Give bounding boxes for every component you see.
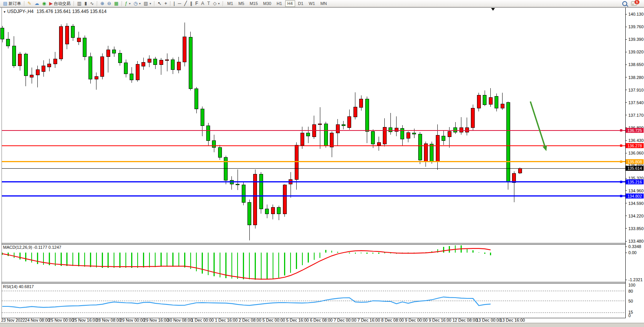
rsi-axis-label: 50 [628,299,633,303]
candle [430,144,434,162]
candle [42,66,45,71]
new-order-button[interactable]: ▤新订单 [2,0,22,7]
chart-shift-marker-icon[interactable] [491,8,495,11]
templates-button[interactable]: ▧▾ [142,0,153,7]
candle [89,57,92,79]
candle [183,37,186,62]
price-tick-label: 139.760 [628,24,644,29]
price-tick-label: 134.960 [628,188,644,193]
timeframe-m5[interactable]: M5 [236,0,246,7]
mql-community-button[interactable]: ☁ [33,0,40,7]
equidistant-channel-button[interactable]: ∥ [188,0,194,7]
periods-dropdown-icon[interactable]: ▾ [139,2,141,5]
line-chart-button[interactable]: ∿ [88,0,95,7]
indicators-button[interactable]: ƒ▾ [124,0,132,7]
arrows-tool-button[interactable]: ◇▾ [212,0,221,7]
timeframe-m1[interactable]: M1 [225,0,235,7]
timeframe-mn[interactable]: MN [318,0,329,7]
candlestick-chart-button[interactable]: ▮ [83,0,88,7]
candle [130,74,133,80]
fibonacci-button[interactable]: F [194,0,199,7]
zoom-in-button[interactable]: ⊕ [99,0,106,7]
rsi-axis-label: 80 [628,289,633,293]
templates-dropdown-icon[interactable]: ▾ [149,2,151,5]
time-tick-label: 25 Nov 16:00 [72,318,97,322]
zoom-in-icon: ⊕ [100,1,104,6]
candle [36,70,39,75]
time-tick-label: 5 Dec 16:00 [286,318,309,322]
crosshair-icon: + [164,1,167,6]
candle [489,97,492,104]
price-axis[interactable]: 140.130139.760139.390139.020138.650138.2… [625,12,644,243]
cursor-button[interactable]: ↖ [156,0,163,7]
time-tick-label: 30 Nov 08:00 [167,318,192,322]
macd-signal-line [2,248,491,279]
arrows-tool-dropdown-icon[interactable]: ▾ [218,2,220,5]
trend-arrow[interactable] [530,101,545,146]
macd-values: -0.1177 0.1247 [33,245,61,250]
collapse-triangle-icon[interactable]: ▼ [3,10,6,14]
timeframe-h4[interactable]: H4 [285,0,295,7]
candle [83,38,87,57]
time-tick-label: 1 Dec 00:00 [191,318,214,322]
time-tick-label: 29 Nov 16:00 [144,318,169,322]
time-axis[interactable]: 23 Nov 202224 Nov 08:0025 Nov 00:0025 No… [1,318,525,322]
candle [495,97,498,108]
candle [112,50,116,53]
timeframe-m30[interactable]: M30 [261,0,273,7]
search-icon[interactable] [622,1,627,6]
candle [436,135,439,161]
time-tick-label: 25 Nov 00:00 [49,318,74,322]
autotrading-icon: ▶ [49,1,53,6]
price-label-text: 136.725 [628,128,642,133]
time-tick-label: 1 Dec 16:00 [215,318,238,322]
price-tick-label: 138.280 [628,75,644,80]
rsi-value: 40.6817 [19,284,34,289]
candle [18,54,22,66]
candle [212,141,216,148]
chart-title: ▼USDJPY-,H4135.476 135.641 135.445 135.6… [3,9,106,14]
candle [159,60,163,65]
chart-canvas[interactable]: 140.130139.760139.390139.020138.650138.2… [0,0,644,327]
cursor-icon: ↖ [157,1,161,6]
timeframe-d1[interactable]: D1 [296,0,306,7]
price-tick-label: 133.850 [628,226,644,231]
bar-chart-icon: ▥ [77,1,81,6]
line-handle [620,145,622,147]
autotrading-button[interactable]: ▶自动交易 [48,0,72,7]
vertical-line-button[interactable]: | [172,0,176,7]
candle [165,60,169,61]
candle [171,60,175,70]
text-button[interactable]: A [199,0,206,7]
candle [360,99,363,107]
candle [424,143,427,161]
candle [248,202,251,225]
broadcast-button[interactable]: ◉ [40,0,47,7]
text-label-button[interactable]: T [206,0,211,7]
candle [65,26,69,44]
candle [406,132,410,138]
timeframe-w1[interactable]: W1 [307,0,318,7]
tile-windows-button[interactable]: ▦ [112,0,120,7]
rsi-axis-label: 0 [628,313,631,318]
candle [124,63,128,74]
zoom-out-button[interactable]: ⊖ [106,0,112,7]
bar-chart-button[interactable]: ▥ [75,0,83,7]
candle [59,26,63,59]
periods-button[interactable]: ◷▾ [132,0,142,7]
horizontal-line-icon: ─ [178,1,181,6]
horizontal-line-button[interactable]: ─ [176,0,183,7]
candle [300,133,304,145]
timeframe-h1[interactable]: H1 [274,0,284,7]
indicators-dropdown-icon[interactable]: ▾ [129,2,130,5]
trend-arrow-head[interactable] [543,145,547,151]
trendline-button[interactable]: ╱ [183,0,188,7]
notifications-icon[interactable]: 1 [631,1,637,6]
candle [12,46,16,66]
crayon-button[interactable]: ✎ [26,0,33,7]
crosshair-button[interactable]: + [163,0,169,7]
timeframe-m15[interactable]: M15 [247,0,260,7]
candle [295,145,298,179]
time-tick-label: 13 Dec 16:00 [500,318,525,322]
price-tick-label: 139.390 [628,37,644,42]
